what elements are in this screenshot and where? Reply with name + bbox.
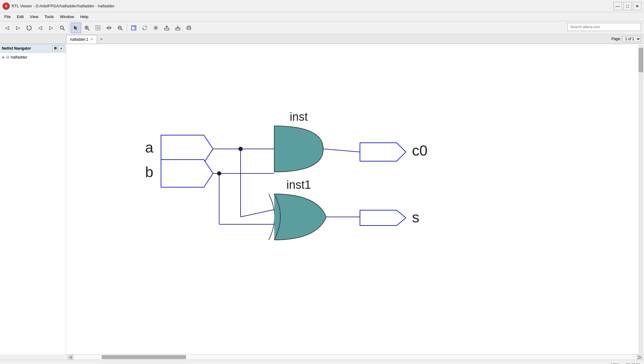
and-gate-inst[interactable]: inst — [274, 110, 323, 172]
status-bar: 100% 00:00:01 — [0, 360, 644, 364]
fit-button[interactable] — [129, 23, 139, 33]
h-scroll-left[interactable]: ◁ — [67, 355, 73, 360]
output-s-port[interactable]: s — [360, 209, 419, 226]
tab-label: halfadder:1 — [70, 37, 88, 42]
wire-a-xor — [241, 210, 274, 217]
junction-b — [217, 171, 221, 176]
print-button[interactable] — [184, 23, 194, 33]
elapsed-time: 00:00:01 — [626, 363, 640, 364]
output-s-label: s — [412, 209, 419, 226]
find-button[interactable] — [57, 23, 67, 33]
title-bar: R RTL Viewer - D:/intelFPGA/halfadder/ha… — [0, 0, 644, 12]
app-icon: R — [2, 2, 10, 10]
svg-line-6 — [88, 29, 89, 30]
menu-window[interactable]: Window — [57, 13, 77, 20]
window-title: RTL Viewer - D:/intelFPGA/halfadder/half… — [12, 4, 613, 8]
export2-button[interactable] — [173, 23, 183, 33]
forward2-button[interactable]: ▷ — [46, 23, 56, 33]
output-c0-label: c0 — [412, 142, 428, 159]
input-b-label: b — [145, 164, 153, 180]
svg-line-4 — [63, 29, 65, 30]
pan-button[interactable] — [104, 23, 114, 33]
main-layout: Netlist Navigator ⊞ × ▶ ⊟ halfadder — [0, 44, 644, 354]
sidebar-dock-button[interactable]: ⊞ — [52, 46, 58, 51]
menu-tools[interactable]: Tools — [41, 13, 57, 20]
canvas-area[interactable]: inst inst1 a b — [66, 44, 644, 354]
xor-gate-inst1[interactable]: inst1 — [269, 178, 326, 240]
toolbar-separator-2 — [127, 24, 127, 32]
v-scrollbar-track[interactable] — [638, 45, 643, 354]
h-scroll-track[interactable] — [73, 355, 637, 360]
menu-edit[interactable]: Edit — [14, 13, 27, 20]
zoom-out-button[interactable] — [115, 23, 125, 33]
back2-button[interactable]: ◁ — [35, 23, 45, 33]
svg-point-16 — [155, 27, 157, 29]
tab-close-button[interactable]: ✕ — [90, 37, 93, 41]
settings-button[interactable] — [151, 23, 161, 33]
zoom-in-button[interactable] — [82, 23, 92, 33]
svg-text:R: R — [5, 5, 7, 8]
svg-point-10 — [97, 27, 99, 29]
tab-halfadder[interactable]: halfadder:1 ✕ — [66, 35, 97, 44]
zoom-box-button[interactable] — [93, 23, 103, 33]
sidebar: Netlist Navigator ⊞ × ▶ ⊟ halfadder — [0, 44, 66, 354]
tree-module-icon: ⊟ — [6, 55, 9, 59]
sidebar-header: Netlist Navigator ⊞ × — [0, 44, 66, 53]
junction-a — [238, 147, 243, 151]
xor-gate-label: inst1 — [286, 178, 311, 191]
h-scrollbar: ◁ ▷ — [66, 354, 644, 360]
status-right: 100% 00:00:01 — [611, 363, 640, 364]
sidebar-close-button[interactable]: × — [58, 46, 64, 51]
rtl-diagram: inst inst1 a b — [66, 44, 644, 354]
input-a-port[interactable]: a — [145, 135, 213, 163]
wire-and-c0 — [323, 149, 360, 152]
input-b-port[interactable]: b — [145, 160, 213, 187]
and-gate-label: inst — [290, 110, 308, 123]
tree-arrow-icon: ▶ — [2, 55, 5, 59]
title-controls: — □ ✕ — [613, 2, 642, 10]
svg-rect-21 — [188, 28, 190, 29]
sidebar-header-left: Netlist Navigator — [2, 46, 31, 51]
search-input[interactable] — [567, 23, 641, 31]
svg-rect-14 — [132, 26, 136, 30]
svg-rect-9 — [96, 26, 100, 30]
output-c0-port[interactable]: c0 — [360, 142, 428, 161]
refresh-button[interactable] — [24, 23, 34, 33]
svg-rect-17 — [165, 28, 169, 30]
input-a-label: a — [145, 139, 153, 156]
svg-line-12 — [121, 29, 122, 30]
page-select[interactable]: 1 of 1 — [622, 36, 641, 42]
tree-item-label: halfadder — [11, 55, 27, 59]
tab-add-button[interactable]: + — [97, 35, 106, 44]
toolbar: ◁ ▷ ◁ ▷ — [0, 21, 644, 34]
page-indicator: Page: 1 of 1 — [612, 36, 641, 42]
svg-point-3 — [60, 26, 63, 29]
tree-item-halfadder[interactable]: ▶ ⊟ halfadder — [1, 54, 65, 60]
maximize-button[interactable]: □ — [623, 2, 632, 10]
menu-file[interactable]: File — [1, 13, 14, 20]
menu-view[interactable]: View — [27, 13, 41, 20]
v-scrollbar-thumb[interactable] — [638, 48, 643, 72]
h-scroll-thumb[interactable] — [102, 355, 186, 359]
h-scroll-right[interactable]: ▷ — [637, 355, 643, 360]
menu-bar: File Edit View Tools Window Help — [0, 12, 644, 21]
page-label: Page: — [612, 37, 621, 41]
toolbar-separator-1 — [69, 24, 69, 32]
pointer-button[interactable] — [71, 23, 81, 33]
minimize-button[interactable]: — — [613, 2, 622, 10]
sidebar-title: Netlist Navigator — [2, 46, 31, 51]
tab-bar: halfadder:1 ✕ + Page: 1 of 1 — [0, 34, 644, 44]
export-button[interactable] — [162, 23, 172, 33]
forward-button[interactable]: ▷ — [13, 23, 23, 33]
back-button[interactable]: ◁ — [2, 23, 12, 33]
zoom-level: 100% — [611, 363, 620, 364]
color-button[interactable] — [140, 23, 150, 33]
sidebar-content: ▶ ⊟ halfadder — [0, 53, 66, 62]
close-button[interactable]: ✕ — [633, 2, 642, 10]
menu-help[interactable]: Help — [77, 13, 92, 20]
svg-marker-2 — [27, 25, 28, 27]
